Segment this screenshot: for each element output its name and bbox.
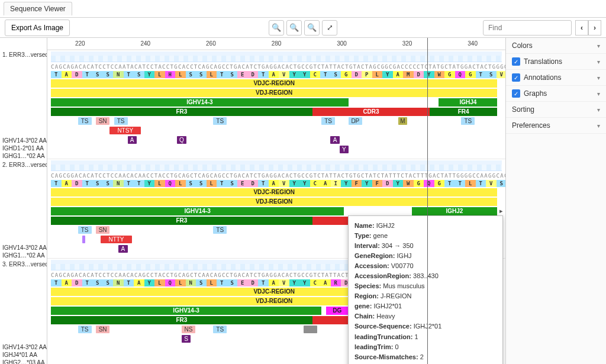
tag[interactable] — [82, 236, 85, 243]
tag[interactable]: SN — [96, 226, 109, 234]
panel-annotations[interactable]: ✓Annotations▾ — [506, 70, 606, 86]
tag[interactable]: TS — [78, 226, 92, 234]
fr3-region[interactable]: FR3 — [176, 108, 188, 115]
vdjc-region[interactable]: VDJC-REGION — [253, 80, 294, 86]
aa-residue: S — [92, 279, 103, 286]
panel-sorting[interactable]: Sorting▾ — [506, 102, 606, 118]
find-next-button[interactable]: › — [588, 20, 601, 36]
panel-graphs[interactable]: ✓Graphs▾ — [506, 86, 606, 102]
feature-tooltip: Name: IGHJ2 Type: gene Interval: 304 → 3… — [348, 215, 503, 364]
aa-residue: Q — [165, 279, 176, 286]
aa-residue: T — [217, 279, 227, 286]
aa-residue: V — [279, 71, 289, 78]
aa-residue: N — [186, 279, 196, 286]
aa-residue: S — [186, 180, 196, 187]
tag[interactable]: DP — [349, 117, 362, 125]
find-prev-button[interactable]: ‹ — [575, 20, 588, 36]
tag[interactable]: TS — [213, 117, 227, 125]
ighv-region[interactable]: IGHV14-3 — [173, 307, 199, 314]
checkbox-icon[interactable]: ✓ — [512, 73, 520, 82]
tag[interactable]: NS — [182, 326, 195, 333]
chevron-down-icon: ▾ — [597, 91, 600, 97]
aa-residue: T — [320, 71, 331, 78]
aa-residue: Y — [289, 279, 300, 286]
tag[interactable]: TS — [78, 117, 92, 125]
aa-residue: T — [82, 180, 93, 187]
fr4-region[interactable]: FR4 — [458, 108, 469, 115]
ighv-region[interactable]: IGHV14-3 — [186, 99, 212, 105]
aa-residue: S — [196, 71, 207, 78]
aa-residue: Q — [455, 71, 466, 78]
fr3-region[interactable]: FR3 — [176, 217, 188, 224]
alignment-block-1: CAGCAGACACATCCTCCAATACATCCTACCTGCACCTCAG… — [47, 50, 505, 159]
aa-residue: D — [352, 71, 362, 78]
tag[interactable]: Y — [340, 146, 349, 153]
fr3-region[interactable]: FR3 — [176, 317, 188, 323]
zoom-in-icon[interactable]: 🔍 — [269, 20, 284, 36]
tag[interactable]: A — [118, 245, 127, 253]
scroll-right-icon[interactable]: ▸ — [499, 207, 505, 214]
chevron-down-icon: ▾ — [597, 43, 600, 49]
vdj-region[interactable]: VDJ-REGION — [256, 298, 292, 304]
vdjc-region[interactable]: VDJC-REGION — [253, 189, 294, 195]
position-cursor[interactable] — [427, 38, 428, 364]
aa-residue: V — [497, 71, 506, 78]
tag[interactable]: TS — [114, 117, 128, 125]
zoom-selection-icon[interactable]: 🔍 — [304, 20, 320, 36]
tag[interactable]: SN — [96, 117, 109, 125]
zoom-out-icon[interactable]: 🔍 — [286, 20, 302, 36]
chevron-down-icon: ▾ — [597, 75, 600, 81]
aa-residue: H — [165, 71, 176, 78]
aa-residue: A — [62, 279, 72, 286]
aa-residue: S — [331, 71, 341, 78]
vdjc-region[interactable]: VDJC-REGION — [253, 288, 294, 295]
tag[interactable]: TS — [213, 326, 227, 333]
export-as-image-button[interactable]: Export As Image — [5, 20, 70, 36]
tag[interactable]: SN — [96, 326, 109, 333]
vdj-region[interactable]: VDJ-REGION — [256, 89, 292, 96]
aa-residue: T — [82, 71, 93, 78]
aa-residue: T — [124, 180, 134, 187]
aa-residue: T — [258, 71, 269, 78]
aa-residue: Q — [165, 180, 176, 187]
panel-translations[interactable]: ✓Translations▾ — [506, 54, 606, 70]
aa-residue: Y — [299, 71, 310, 78]
checkbox-icon[interactable]: ✓ — [512, 89, 520, 98]
block3-title: 3. ERR3…versed) — [0, 260, 47, 268]
tag[interactable]: TS — [78, 326, 92, 333]
aa-residue: T — [51, 71, 62, 78]
tag[interactable]: A — [128, 136, 137, 144]
tag[interactable]: S — [182, 335, 191, 343]
aa-residue: L — [154, 71, 165, 78]
ighv-region[interactable]: IGHV14-3 — [184, 208, 210, 214]
aa-residue: Y — [424, 71, 434, 78]
panel-preferences[interactable]: Preferences▾ — [506, 118, 606, 134]
tag[interactable] — [304, 326, 317, 333]
tag[interactable]: TS — [213, 226, 227, 234]
tag[interactable]: M — [398, 117, 407, 125]
tag[interactable]: Q — [177, 136, 186, 144]
tag[interactable]: A — [330, 136, 339, 144]
tag[interactable]: TS — [321, 117, 335, 125]
aa-residue: L — [175, 180, 186, 187]
tag[interactable]: TS — [461, 117, 475, 125]
vdj-region[interactable]: VDJ-REGION — [256, 198, 292, 205]
aa-residue: E — [237, 180, 248, 187]
tag[interactable]: NTTY — [101, 236, 132, 243]
ighj4-region[interactable]: IGHJ4 — [459, 99, 476, 105]
find-input[interactable] — [483, 20, 572, 36]
aa-residue: A — [269, 71, 279, 78]
expand-icon[interactable]: ⤢ — [322, 20, 337, 36]
checkbox-icon[interactable]: ✓ — [512, 57, 520, 66]
aa-residue: T — [444, 180, 455, 187]
tab-sequence-viewer[interactable]: Sequence Viewer — [4, 2, 72, 15]
cdr3-region[interactable]: CDR3 — [363, 108, 379, 115]
panel-colors[interactable]: Colors▾ — [506, 38, 606, 54]
ighj2-region[interactable]: IGHJ2 — [446, 208, 463, 214]
tracks-area[interactable]: 220240260280300320340 CAGCAGACACATCCTCCA… — [47, 38, 505, 364]
tag[interactable]: NTSY — [109, 127, 141, 134]
dg-region[interactable]: DG — [333, 307, 341, 314]
aa-residue: Q — [424, 180, 434, 187]
aa-residue: G — [444, 71, 455, 78]
aa-residue: T — [476, 180, 486, 187]
